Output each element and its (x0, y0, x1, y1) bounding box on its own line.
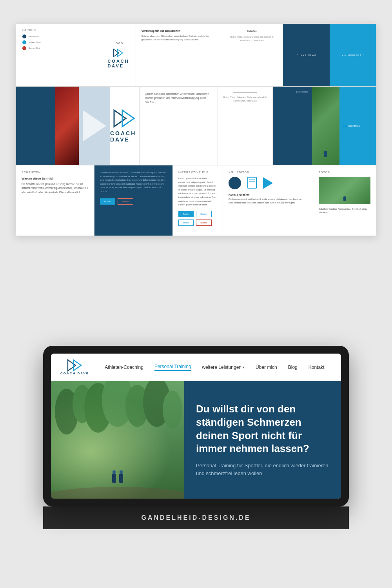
color-dot-1 (22, 34, 26, 38)
logo-text: COACH DAVE (107, 59, 129, 68)
btn-row-dark: Button Button (100, 198, 167, 205)
middle-space (0, 252, 392, 338)
color-dot-3 (22, 46, 26, 50)
text-buttons-column: INTERAKTIVE ELE... Lorem ipsum dolor sit… (173, 165, 223, 236)
svg-marker-3 (122, 110, 134, 127)
hero-image (51, 381, 184, 499)
brand-photo-small (312, 87, 339, 165)
block-red (55, 87, 79, 165)
tablet-logo-icon (67, 359, 83, 372)
footer-text: GANDELHEID-DESIGN.DE (141, 514, 250, 521)
nav-link-ueber[interactable]: Über mich (256, 365, 277, 370)
logo-center-column: LOGO COACH DAVE (101, 24, 136, 86)
svg-point-12 (163, 390, 182, 429)
foto-preview (319, 177, 370, 204)
svg-marker-4 (68, 360, 76, 371)
farben-column: FARBEN Mittelblau Hitlers Blau Rohes Rot (16, 24, 101, 86)
steht-fuer-column: Steht für: Ruhe, Tiefe, Substanz Dicht n… (221, 24, 283, 86)
svg-marker-0 (114, 49, 119, 56)
dunkelblau-label: Dunkelblau (296, 54, 316, 56)
nav-link-leistungen-label: weitere Leistungen (202, 365, 241, 370)
brand-guide-section: FARBEN Mittelblau Hitlers Blau Rohes Rot… (0, 0, 392, 252)
button-light-primary[interactable]: Button (178, 211, 194, 217)
footer-label: GANDELHEID-DESIGN.DE (43, 506, 349, 529)
button-light-red[interactable]: Button (196, 220, 211, 226)
brand-desc-text: Spitzen abrunden, Bildzeichen vereinfach… (145, 92, 212, 104)
himmelblau-label: + Himmelblau (342, 54, 364, 56)
tablet-nav: COACH DAVE Athleten-Coaching Personal Tr… (51, 354, 341, 381)
dunkel-label: Dunkelblau (296, 91, 308, 93)
logo-icon-large (113, 109, 136, 128)
foto-column: Fotos Schaffen Outdoor-Atmosphäre. Sind … (313, 165, 376, 236)
tablet-nav-links: Athleten-Coaching Personal Training weit… (105, 364, 332, 371)
hero-runners (112, 474, 123, 483)
logo-icon-small (113, 49, 124, 57)
big-color-blocks (16, 87, 110, 165)
text-block-lorem: Lorem ipsum dolor sit amet, consectetur … (100, 171, 167, 194)
nav-link-blog[interactable]: Blog (288, 365, 298, 370)
icon-doc (247, 177, 257, 189)
fotos-title: Fotos (319, 171, 370, 174)
icon-circle (229, 177, 241, 189)
logo-large-column: COACH DAVE (110, 87, 140, 165)
tablet-screen: COACH DAVE Athleten-Coaching Personal Tr… (51, 354, 341, 499)
brand-dunkel-column: Dunkelblau (273, 87, 312, 165)
nav-link-athleten[interactable]: Athleten-Coaching (105, 365, 143, 370)
brand-row-1: FARBEN Mittelblau Hitlers Blau Rohes Rot… (16, 24, 376, 87)
schriften-question: Warum diese Schrift? (22, 177, 89, 180)
icons-title: Icons & Grafiken (229, 193, 307, 196)
button-dark-primary[interactable]: Button (100, 198, 115, 205)
interactive-column: XML EDITOR Icons & Grafiken Dürfen spiel… (223, 165, 313, 236)
hero-subtitle: Personal Training für Sportler, die endl… (196, 462, 329, 477)
logo-title: LOGO (114, 42, 123, 45)
nav-link-kontakt[interactable]: Kontakt (309, 365, 325, 370)
brand-steht-text: Ruhe, Tiefe, Substanz Dicht nur schnell … (223, 96, 267, 103)
button-light-outline-2[interactable]: Button (178, 220, 194, 226)
schriften-column: SCHRIFTEN Warum diese Schrift? Die Schri… (16, 165, 94, 236)
color-item-2: Hitlers Blau (22, 40, 94, 44)
tablet-logo-text: COACH DAVE (60, 372, 89, 375)
fotos-desc: Schaffen Outdoor-Atmosphäre. Sind hell, … (319, 207, 370, 214)
brand-sky-column: + Himmelblau (339, 87, 376, 165)
foto-runner-icon (343, 196, 346, 201)
steht-fuer-title: Steht für: (247, 29, 257, 33)
tablet-hero: Du willst dir von den ständigen Schmerze… (51, 381, 341, 499)
coach-dave-logo: COACH DAVE (107, 49, 129, 68)
color-label-3: Rohes Rot (29, 47, 40, 49)
steht-line (233, 92, 257, 93)
brand-row-3: SCHRIFTEN Warum diese Schrift? Die Schri… (16, 165, 376, 236)
runner-1 (112, 474, 116, 483)
himmelblau-block: + Himmelblau (330, 24, 376, 86)
hero-trees-svg (51, 381, 184, 457)
hero-title: Du willst dir von den ständigen Schmerze… (196, 403, 329, 456)
himmelblau-label-2: + Himmelblau (343, 125, 360, 127)
brand-guide-card: FARBEN Mittelblau Hitlers Blau Rohes Rot… (16, 24, 376, 236)
logo-proposal-column: Vorschlag für das Bildzeichen: Spitzen a… (136, 24, 221, 86)
block-lightblue (79, 87, 110, 165)
color-label-2: Hitlers Blau (29, 41, 41, 44)
interactive-title: INTERAKTIVE ELE... (178, 171, 217, 174)
schriften-title: SCHRIFTEN (22, 171, 89, 174)
button-dark-outline[interactable]: Button (118, 198, 133, 205)
logo-proposal-title: Vorschlag für das Bildzeichen: (142, 29, 215, 32)
color-item-3: Rohes Rot (22, 46, 94, 50)
text-block-column: Lorem ipsum dolor sit amet, consectetur … (94, 165, 173, 236)
hero-content: Du willst dir von den ständigen Schmerze… (184, 381, 341, 499)
svg-marker-5 (73, 360, 81, 371)
photo-runner (324, 151, 327, 157)
tablet-device: COACH DAVE Athleten-Coaching Personal Tr… (43, 346, 349, 506)
color-label-1: Mittelblau (29, 35, 39, 38)
icons-grafiken-row (229, 177, 307, 189)
brand-desc-column: Spitzen abrunden, Bildzeichen vereinfach… (140, 87, 218, 165)
button-light-outline[interactable]: Button (196, 211, 211, 217)
brand-row-2: COACH DAVE Spitzen abrunden, Bildzeichen… (16, 87, 376, 165)
brand-steht-column: Ruhe, Tiefe, Substanz Dicht nur schnell … (218, 87, 273, 165)
play-chevron-icon (83, 110, 106, 142)
color-item-1: Mittelblau (22, 34, 94, 38)
dunkelblau-block: Dunkelblau (283, 24, 329, 86)
block-darkblue (16, 87, 55, 165)
icons-desc: Dürfen spielerisch und locker & leicht w… (229, 198, 307, 205)
nav-link-leistungen[interactable]: weitere Leistungen ▾ (202, 365, 245, 370)
nav-link-personal-training[interactable]: Personal Training (154, 364, 191, 371)
svg-marker-2 (114, 110, 126, 127)
